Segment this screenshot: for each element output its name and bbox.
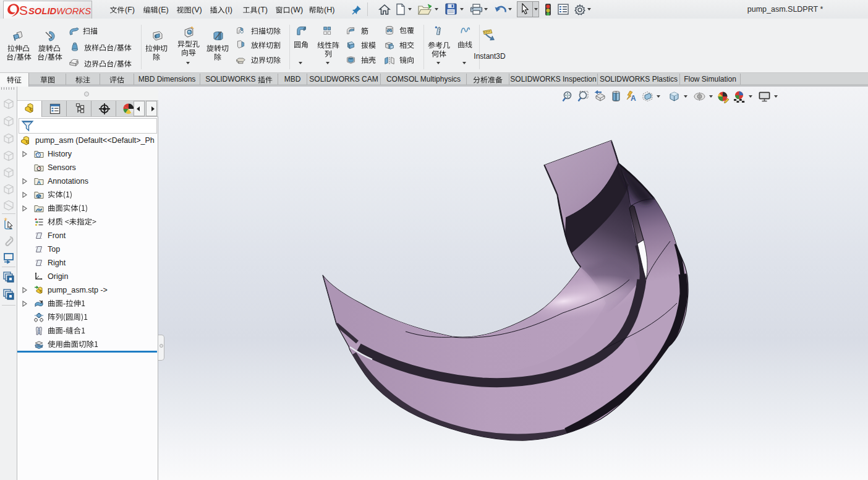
svg-text:A: A	[37, 179, 41, 186]
svg-text:A: A	[631, 94, 636, 103]
svg-text:SOLIDWORKS: SOLIDWORKS	[28, 6, 91, 16]
svg-text:S: S	[19, 3, 28, 17]
